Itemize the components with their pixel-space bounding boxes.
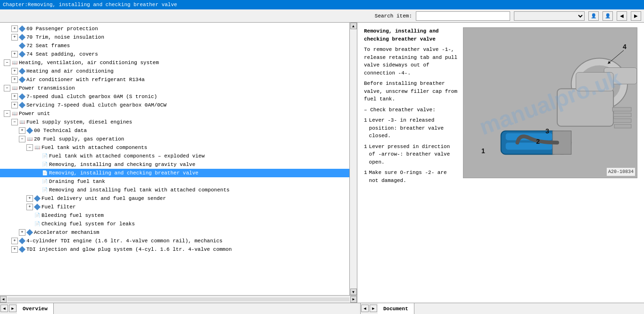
title-bar: Chapter:Removing, installing and checkin… xyxy=(0,0,644,9)
image-label: A20-10834 xyxy=(607,168,635,176)
overview-tab[interactable]: Overview xyxy=(17,303,54,314)
tree-item[interactable]: −📖Fuel tank with attached components xyxy=(0,143,349,152)
tree-item-label: Checking fuel system for leaks xyxy=(41,221,135,227)
status-nav-left[interactable]: ◀ xyxy=(0,305,8,312)
tree-item[interactable]: +TDI injection and glow plug system (4-c… xyxy=(0,245,349,254)
expand-icon[interactable]: − xyxy=(26,144,33,151)
tree-item[interactable]: −📖Power unit xyxy=(0,109,349,118)
tree-item[interactable]: −📖20 Fuel supply, gas operation xyxy=(0,135,349,143)
diamond-icon xyxy=(19,68,25,74)
tree-item[interactable]: +Air conditioner with refrigerant R134a xyxy=(0,75,349,84)
tree-item[interactable]: 📄Removing, installing and checking breat… xyxy=(0,169,349,177)
tree-item[interactable]: +00 Technical data xyxy=(0,126,349,135)
expand-icon[interactable]: − xyxy=(4,110,10,117)
expand-icon[interactable]: − xyxy=(11,119,18,125)
book-icon: 📖 xyxy=(11,59,18,66)
right-panel: Removing, installing and checking breath… xyxy=(357,23,644,303)
title-bar-text: Chapter:Removing, installing and checkin… xyxy=(3,2,177,8)
tree-item-label: Fuel tank with attached components – exp… xyxy=(49,153,205,159)
tree-item-label: Removing, installing and checking breath… xyxy=(49,170,198,176)
tree-item[interactable]: −📖Heating, ventilation, air conditioning… xyxy=(0,58,349,67)
tree-item-label: 7-speed dual clutch gearbox 0AM (S troni… xyxy=(26,94,157,99)
nav-prev-icon[interactable]: ◀ xyxy=(617,11,627,21)
expand-icon[interactable]: + xyxy=(11,102,18,108)
tree-item-label: Accelerator mechanism xyxy=(34,230,99,235)
search-label: Search item: xyxy=(375,13,412,19)
diamond-icon xyxy=(34,204,41,210)
search-user-icon[interactable]: 👤 xyxy=(588,11,599,21)
tree-item[interactable]: +Fuel delivery unit and fuel gauge sende… xyxy=(0,194,349,203)
tree-item[interactable]: +74 Seat padding, covers xyxy=(0,50,349,58)
tree-item[interactable]: +4-cylinder TDI engine (1.6 ltr. 4-valve… xyxy=(0,237,349,245)
expand-icon[interactable]: − xyxy=(19,136,25,142)
expand-icon[interactable]: + xyxy=(11,238,18,244)
search-user2-icon[interactable]: 👤 xyxy=(603,11,613,21)
tech-illustration: 1 2 3 4 xyxy=(463,28,637,178)
scroll-down-btn[interactable]: ▼ xyxy=(350,289,357,295)
section-text: Lever pressed in direction of -arrow-: b… xyxy=(369,143,458,166)
section-text: Make sure O-rings -2- are not damaged. xyxy=(369,169,458,184)
tree-item-label: Servicing 7-speed dual clutch gearbox 0A… xyxy=(26,102,166,108)
expand-icon[interactable]: + xyxy=(19,127,25,134)
tree-item[interactable]: −📖Power transmission xyxy=(0,84,349,92)
tree-item[interactable]: +69 Passenger protection xyxy=(0,25,349,33)
tree-item[interactable]: +Fuel filter xyxy=(0,203,349,211)
scroll-up-btn[interactable]: ▲ xyxy=(350,23,357,29)
doc-nav-right[interactable]: ▶ xyxy=(370,305,377,312)
tree-item[interactable]: 📄Draining fuel tank xyxy=(0,177,349,186)
scroll-right-btn[interactable]: ▶ xyxy=(350,296,357,303)
doc-section: Before installing breather valve, unscre… xyxy=(364,80,458,103)
diamond-icon xyxy=(19,238,25,244)
tree-item[interactable]: +7-speed dual clutch gearbox 0AM (S tron… xyxy=(0,92,349,101)
tree-container: +69 Passenger protection+70 Trim, noise … xyxy=(0,23,349,256)
search-select[interactable] xyxy=(514,11,585,21)
scroll-left-btn[interactable]: ◀ xyxy=(0,296,7,303)
section-row: 1 Lever pressed in direction of -arrow-:… xyxy=(364,143,458,166)
tree-item[interactable]: 📄Fuel tank with attached components – ex… xyxy=(0,152,349,160)
document-tab[interactable]: Document xyxy=(378,303,414,314)
tree-item-label: Fuel tank with attached components xyxy=(41,145,147,150)
tree-item[interactable]: +70 Trim, noise insulation xyxy=(0,33,349,41)
tree-item[interactable]: 📄Checking fuel system for leaks xyxy=(0,220,349,228)
expand-icon[interactable]: − xyxy=(4,85,10,91)
tree-item[interactable]: −📖Fuel supply system, diesel engines xyxy=(0,118,349,126)
tree-item[interactable]: +Servicing 7-speed dual clutch gearbox 0… xyxy=(0,101,349,109)
nav-next-icon[interactable]: ▶ xyxy=(631,11,641,21)
expand-icon[interactable]: + xyxy=(11,76,18,83)
doc-icon: 📄 xyxy=(41,170,48,176)
tree-item[interactable]: 📄Removing and installing fuel tank with … xyxy=(0,186,349,194)
tree-item-label: Removing and installing fuel tank with a… xyxy=(49,187,230,193)
tree-scrollbar[interactable]: ▲ ▼ xyxy=(349,23,357,295)
expand-icon[interactable]: − xyxy=(4,59,10,66)
expand-icon[interactable]: + xyxy=(11,25,18,32)
expand-icon[interactable]: + xyxy=(26,195,33,202)
doc-icon: 📄 xyxy=(41,161,48,168)
tree-item[interactable]: +Accelerator mechanism xyxy=(0,228,349,237)
expand-icon[interactable]: + xyxy=(11,51,18,58)
expand-icon[interactable]: + xyxy=(19,229,25,236)
expand-icon[interactable]: + xyxy=(26,204,33,210)
tree-scroll[interactable]: +69 Passenger protection+70 Trim, noise … xyxy=(0,23,349,295)
tree-item-label: Bleeding fuel system xyxy=(41,213,104,218)
book-icon: 📖 xyxy=(11,110,18,117)
expand-icon[interactable]: + xyxy=(11,93,18,100)
tree-item-label: Fuel delivery unit and fuel gauge sender xyxy=(41,196,166,201)
tree-item-label: Heating, ventilation, air conditioning s… xyxy=(19,60,159,66)
tree-item[interactable]: +Heating and air conditioning xyxy=(0,67,349,75)
doc-icon: 📄 xyxy=(41,153,48,159)
tree-item[interactable]: 📄Removing, installing and checking gravi… xyxy=(0,160,349,169)
diamond-icon xyxy=(19,76,25,83)
expand-icon[interactable]: + xyxy=(11,246,18,253)
status-nav-right[interactable]: ▶ xyxy=(9,305,17,312)
tree-item[interactable]: 📄Bleeding fuel system xyxy=(0,211,349,220)
diamond-icon xyxy=(19,102,25,108)
expand-icon[interactable]: + xyxy=(11,68,18,74)
h-scrollbar[interactable]: ◀ ▶ xyxy=(0,295,357,303)
tree-item-label: Power transmission xyxy=(19,85,75,91)
doc-nav-left[interactable]: ◀ xyxy=(361,305,369,312)
expand-icon[interactable]: + xyxy=(11,34,18,41)
status-bar: ◀ ▶ Overview ◀ ▶ Document xyxy=(0,303,644,314)
svg-rect-13 xyxy=(613,119,631,123)
search-input[interactable] xyxy=(416,11,510,21)
tree-item[interactable]: 72 Seat frames xyxy=(0,41,349,50)
